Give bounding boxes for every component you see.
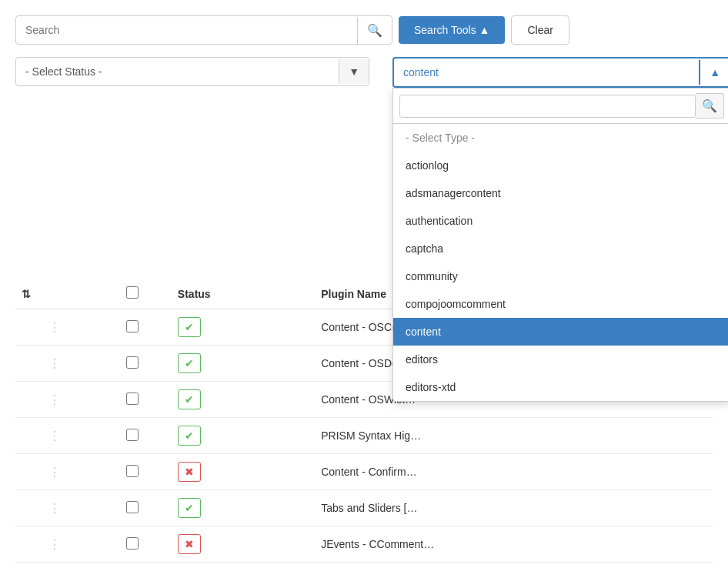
table-row: ⋮✔Tabs and Sliders […: [15, 490, 713, 526]
row-checkbox[interactable]: [126, 429, 139, 441]
row-checkbox[interactable]: [126, 465, 139, 477]
type-option[interactable]: authentication: [393, 207, 728, 235]
type-option[interactable]: compojoomcomment: [393, 290, 728, 318]
status-badge[interactable]: ✔: [178, 426, 201, 446]
status-select[interactable]: - Select Status -: [16, 58, 339, 85]
row-checkbox-cell: [93, 346, 171, 382]
filters-row: - Select Status - ▼ content ▲ 🔍 - Select…: [15, 57, 713, 86]
clear-button[interactable]: Clear: [511, 15, 569, 45]
type-search-wrapper: 🔍: [393, 89, 728, 124]
search-tools-label: Search Tools ▲: [414, 24, 489, 36]
row-checkbox-cell: [93, 382, 171, 418]
type-search-input[interactable]: [399, 95, 696, 118]
plugin-name-cell: JEvents - CComment…: [315, 526, 713, 563]
drag-handle[interactable]: ⋮: [15, 346, 93, 382]
status-cell: ✖: [172, 526, 315, 563]
search-wrapper: 🔍: [15, 15, 392, 45]
status-column-header: Status: [172, 279, 315, 309]
status-badge[interactable]: ✖: [178, 534, 201, 554]
status-badge[interactable]: ✔: [178, 498, 201, 518]
sort-icon: ⇅: [22, 288, 31, 300]
status-cell: ✔: [172, 346, 315, 382]
type-option[interactable]: editors: [393, 346, 728, 373]
row-checkbox[interactable]: [126, 393, 139, 405]
toolbar: 🔍 Search Tools ▲ Clear: [15, 15, 713, 45]
row-checkbox[interactable]: [126, 501, 139, 513]
row-checkbox[interactable]: [126, 537, 139, 550]
status-cell: ✔: [172, 309, 315, 346]
table-row: ⋮✖JEvents - CComment…: [15, 526, 713, 563]
search-tools-button[interactable]: Search Tools ▲: [399, 16, 505, 44]
row-checkbox-cell: [93, 454, 171, 490]
sort-column-header[interactable]: ⇅: [15, 279, 93, 309]
status-filter-wrapper: - Select Status - ▼: [15, 57, 369, 86]
type-search-icon[interactable]: 🔍: [696, 93, 724, 119]
type-option[interactable]: captcha: [393, 235, 728, 262]
drag-handle[interactable]: ⋮: [15, 309, 93, 346]
drag-handle[interactable]: ⋮: [15, 418, 93, 454]
status-badge[interactable]: ✖: [178, 462, 201, 482]
row-checkbox-cell: [93, 490, 171, 526]
type-dropdown-arrow[interactable]: ▲: [699, 60, 728, 85]
plugin-name-cell: PRISM Syntax Hig…: [315, 418, 713, 454]
type-option[interactable]: - Select Type -: [393, 124, 728, 152]
row-checkbox-cell: [93, 418, 171, 454]
search-icon: 🔍: [367, 24, 382, 37]
drag-handle[interactable]: ⋮: [15, 490, 93, 526]
status-cell: ✔: [172, 382, 315, 418]
search-submit-button[interactable]: 🔍: [357, 17, 392, 44]
type-option[interactable]: community: [393, 262, 728, 290]
drag-handle[interactable]: ⋮: [15, 526, 93, 563]
type-option[interactable]: content: [393, 318, 728, 346]
status-cell: ✖: [172, 454, 315, 490]
status-select-arrow[interactable]: ▼: [339, 59, 369, 84]
clear-label: Clear: [527, 24, 553, 36]
row-checkbox[interactable]: [126, 356, 139, 369]
status-badge[interactable]: ✔: [178, 353, 201, 373]
type-selected-value: content: [394, 58, 699, 86]
row-checkbox-cell: [93, 526, 171, 563]
type-option[interactable]: adsmanagercontent: [393, 179, 728, 207]
type-dropdown-selected[interactable]: content ▲: [392, 57, 728, 88]
plugin-name-cell: Content - Confirm…: [315, 454, 713, 490]
select-all-checkbox[interactable]: [126, 286, 139, 299]
status-cell: ✔: [172, 490, 315, 526]
drag-handle[interactable]: ⋮: [15, 454, 93, 490]
type-dropdown-wrapper: content ▲ 🔍 - Select Type -actionlogadsm…: [392, 57, 728, 402]
table-row: ⋮✔PRISM Syntax Hig…: [15, 418, 713, 454]
drag-handle[interactable]: ⋮: [15, 382, 93, 418]
type-dropdown-list: - Select Type -actionlogadsmanagerconten…: [393, 124, 728, 401]
checkbox-header: [93, 279, 171, 309]
table-row: ⋮✖Content - Confirm…: [15, 454, 713, 490]
plugin-name-cell: Tabs and Sliders […: [315, 490, 713, 526]
type-dropdown-menu: 🔍 - Select Type -actionlogadsmanagercont…: [392, 88, 728, 402]
row-checkbox-cell: [93, 309, 171, 346]
row-checkbox[interactable]: [126, 320, 139, 332]
search-input[interactable]: [16, 16, 357, 44]
type-option[interactable]: editors-xtd: [393, 373, 728, 401]
status-badge[interactable]: ✔: [178, 389, 201, 409]
type-option[interactable]: actionlog: [393, 152, 728, 179]
status-cell: ✔: [172, 418, 315, 454]
status-badge[interactable]: ✔: [178, 317, 201, 337]
